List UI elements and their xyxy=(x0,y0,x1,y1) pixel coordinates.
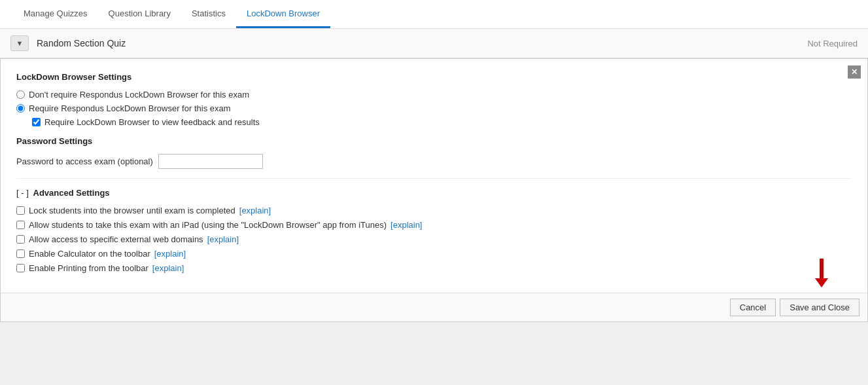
radio-option-1-text: Don't require Respondus LockDown Browser… xyxy=(29,90,249,100)
radio-option-1-label[interactable]: Don't require Respondus LockDown Browser… xyxy=(16,90,852,100)
quiz-expand-button[interactable]: ▼ xyxy=(10,35,29,51)
advanced-checkbox-2[interactable] xyxy=(16,235,25,244)
advanced-item-1: Allow students to take this exam with an… xyxy=(16,220,852,230)
arrow-shaft xyxy=(820,259,824,278)
advanced-item-0-text: Lock students into the browser until exa… xyxy=(29,206,235,215)
advanced-item-3: Enable Calculator on the toolbar [explai… xyxy=(16,249,852,259)
nav-lockdown-browser[interactable]: LockDown Browser xyxy=(236,1,330,28)
advanced-item-2-explain[interactable]: [explain] xyxy=(207,234,239,244)
password-row: Password to access exam (optional) xyxy=(16,154,852,169)
settings-panel: ✕ LockDown Browser Settings Don't requir… xyxy=(0,58,868,322)
advanced-item-4-text: Enable Printing from the toolbar xyxy=(29,263,148,273)
advanced-item-4-explain[interactable]: [explain] xyxy=(152,263,184,273)
advanced-title-text: Advanced Settings xyxy=(33,188,110,198)
nav-statistics[interactable]: Statistics xyxy=(181,1,236,28)
quiz-row: ▼ Random Section Quiz Not Required xyxy=(0,29,868,58)
feedback-checkbox[interactable] xyxy=(32,118,41,126)
arrow-indicator xyxy=(815,259,828,287)
radio-dont-require[interactable] xyxy=(16,90,25,99)
footer-bar: Cancel Save and Close xyxy=(1,293,867,321)
nav-manage-quizzes[interactable]: Manage Quizzes xyxy=(13,1,98,28)
radio-option-2-text: Require Respondus LockDown Browser for t… xyxy=(29,103,231,113)
nav-question-library[interactable]: Question Library xyxy=(98,1,181,28)
chevron-down-icon: ▼ xyxy=(16,39,24,47)
advanced-bracket: [ - ] xyxy=(16,188,29,198)
advanced-item-4: Enable Printing from the toolbar [explai… xyxy=(16,263,852,273)
advanced-checkbox-3[interactable] xyxy=(16,249,25,258)
quiz-name: Random Section Quiz xyxy=(37,38,807,48)
section-divider xyxy=(16,178,852,179)
password-section: Password Settings Password to access exa… xyxy=(16,136,852,169)
advanced-item-2: Allow access to specific external web do… xyxy=(16,234,852,244)
advanced-settings-title: [ - ] Advanced Settings xyxy=(16,188,852,198)
advanced-item-3-text: Enable Calculator on the toolbar xyxy=(29,249,150,259)
advanced-settings-section: [ - ] Advanced Settings Lock students in… xyxy=(16,188,852,273)
save-and-close-button[interactable]: Save and Close xyxy=(780,299,859,316)
feedback-checkbox-label[interactable]: Require LockDown Browser to view feedbac… xyxy=(32,117,852,127)
advanced-item-0-explain[interactable]: [explain] xyxy=(239,206,271,215)
password-input[interactable] xyxy=(158,154,263,169)
advanced-item-1-explain[interactable]: [explain] xyxy=(391,220,422,230)
quiz-status: Not Required xyxy=(807,39,858,48)
top-navigation: Manage Quizzes Question Library Statisti… xyxy=(0,0,868,29)
feedback-checkbox-text: Require LockDown Browser to view feedbac… xyxy=(44,117,260,127)
advanced-checkbox-0[interactable] xyxy=(16,206,25,215)
advanced-item-2-text: Allow access to specific external web do… xyxy=(29,234,203,244)
advanced-checkbox-4[interactable] xyxy=(16,264,25,272)
password-label: Password to access exam (optional) xyxy=(16,156,153,166)
radio-group: Don't require Respondus LockDown Browser… xyxy=(16,90,852,113)
advanced-checkbox-1[interactable] xyxy=(16,221,25,229)
advanced-item-0: Lock students into the browser until exa… xyxy=(16,206,852,215)
password-section-title: Password Settings xyxy=(16,136,852,146)
radio-option-2-label[interactable]: Require Respondus LockDown Browser for t… xyxy=(16,103,852,113)
close-icon: ✕ xyxy=(851,67,858,77)
advanced-item-3-explain[interactable]: [explain] xyxy=(154,249,186,259)
advanced-item-1-text: Allow students to take this exam with an… xyxy=(29,220,387,230)
close-button[interactable]: ✕ xyxy=(848,65,861,79)
radio-require[interactable] xyxy=(16,104,25,113)
arrow-head xyxy=(815,278,828,287)
panel-title: LockDown Browser Settings xyxy=(16,72,852,82)
cancel-button[interactable]: Cancel xyxy=(730,299,776,316)
